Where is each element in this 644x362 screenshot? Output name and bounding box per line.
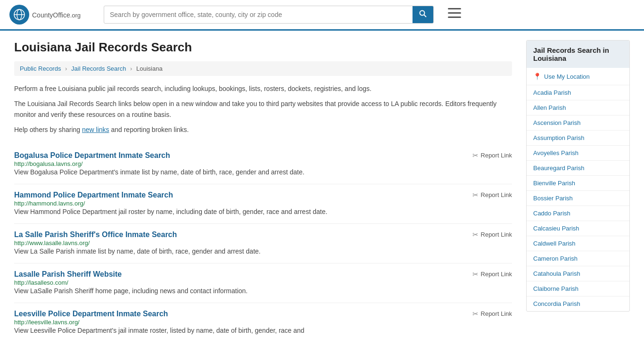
logo-area: CountyOffice.org: [9, 5, 94, 25]
result-title[interactable]: Leesville Police Department Inmate Searc…: [14, 310, 168, 318]
sidebar-parish-link-11[interactable]: Cameron Parish: [527, 251, 629, 266]
sidebar-parish-item: Calcasieu Parish: [527, 221, 629, 236]
search-bar: [104, 6, 434, 24]
sidebar-parish-link-8[interactable]: Caddo Parish: [527, 206, 629, 221]
report-icon: ✂: [472, 230, 479, 239]
logo-text: CountyOffice.org: [32, 10, 81, 20]
report-link-button[interactable]: ✂ Report Link: [472, 151, 512, 160]
use-my-location-link[interactable]: Use My Location: [544, 73, 590, 80]
result-description: View LaSalle Parish Sheriff home page, i…: [14, 286, 512, 296]
breadcrumb-jail-records[interactable]: Jail Records Search: [71, 65, 126, 72]
menu-button[interactable]: [448, 8, 461, 21]
result-item: Lasalle Parish Sheriff Website ✂ Report …: [14, 263, 512, 303]
sidebar-parish-item: Beauregard Parish: [527, 161, 629, 176]
main-container: Louisiana Jail Records Search Public Rec…: [0, 31, 644, 352]
result-url[interactable]: http://bogalusa.lavns.org/: [14, 160, 83, 167]
search-button[interactable]: [413, 6, 433, 23]
sidebar-parish-list: Acadia ParishAllen ParishAscension Paris…: [527, 85, 629, 311]
sidebar-parish-link-3[interactable]: Assumption Parish: [527, 131, 629, 145]
sidebar-title: Jail Records Search in Louisiana: [527, 41, 629, 68]
result-title[interactable]: La Salle Parish Sheriff's Office Inmate …: [14, 230, 177, 239]
content-area: Louisiana Jail Records Search Public Rec…: [14, 40, 512, 342]
result-item: Leesville Police Department Inmate Searc…: [14, 303, 512, 342]
sidebar-parish-item: Cameron Parish: [527, 251, 629, 266]
sidebar-parish-link-9[interactable]: Calcasieu Parish: [527, 221, 629, 236]
result-url[interactable]: http://lasalleso.com/: [14, 279, 68, 286]
sidebar-parish-link-2[interactable]: Ascension Parish: [527, 115, 629, 130]
sidebar-parish-link-4[interactable]: Avoyelles Parish: [527, 146, 629, 160]
result-description: View Hammond Police Department jail rost…: [14, 207, 512, 217]
report-icon: ✂: [472, 270, 479, 279]
sidebar-parish-link-12[interactable]: Catahoula Parish: [527, 266, 629, 281]
report-link-button[interactable]: ✂ Report Link: [472, 230, 512, 239]
sidebar-parish-item: Avoyelles Parish: [527, 146, 629, 161]
result-description: View Bogalusa Police Department's inmate…: [14, 167, 512, 177]
report-icon: ✂: [472, 310, 479, 318]
sidebar-parish-item: Bienville Parish: [527, 176, 629, 191]
result-title[interactable]: Hammond Police Department Inmate Search: [14, 191, 173, 199]
sidebar-parish-link-6[interactable]: Bienville Parish: [527, 176, 629, 190]
sidebar-parish-item: Catahoula Parish: [527, 266, 629, 281]
result-item: Bogalusa Police Department Inmate Search…: [14, 145, 512, 184]
sidebar-parish-item: Bossier Parish: [527, 191, 629, 206]
site-header: CountyOffice.org: [0, 0, 644, 31]
sidebar-parish-link-0[interactable]: Acadia Parish: [527, 85, 629, 100]
sidebar-parish-link-5[interactable]: Beauregard Parish: [527, 161, 629, 175]
sidebar-parish-link-1[interactable]: Allen Parish: [527, 100, 629, 115]
breadcrumb-louisiana: Louisiana: [136, 65, 163, 72]
sidebar-parish-item: Ascension Parish: [527, 115, 629, 131]
result-title[interactable]: Bogalusa Police Department Inmate Search: [14, 151, 170, 160]
sidebar-parish-link-14[interactable]: Concordia Parish: [527, 296, 629, 311]
logo-icon: [9, 5, 29, 25]
pin-icon: 📍: [533, 73, 541, 80]
svg-rect-7: [448, 12, 461, 14]
report-icon: ✂: [472, 191, 479, 199]
results-list: Bogalusa Police Department Inmate Search…: [14, 145, 512, 342]
sidebar-parish-item: Caddo Parish: [527, 206, 629, 221]
result-title[interactable]: Lasalle Parish Sheriff Website: [14, 270, 122, 279]
svg-rect-8: [448, 16, 461, 18]
page-title: Louisiana Jail Records Search: [14, 40, 512, 55]
description-1: Perform a free Louisiana public jail rec…: [14, 83, 512, 94]
svg-line-5: [424, 15, 427, 17]
svg-rect-6: [448, 8, 461, 9]
report-link-button[interactable]: ✂ Report Link: [472, 191, 512, 199]
result-url[interactable]: http://hammond.lavns.org/: [14, 200, 85, 207]
sidebar-parish-item: Concordia Parish: [527, 296, 629, 311]
report-icon: ✂: [472, 151, 479, 160]
use-my-location[interactable]: 📍 Use My Location: [527, 68, 629, 85]
report-link-button[interactable]: ✂ Report Link: [472, 270, 512, 279]
sidebar-box: Jail Records Search in Louisiana 📍 Use M…: [526, 40, 630, 312]
sidebar-parish-item: Claiborne Parish: [527, 281, 629, 296]
sidebar-parish-item: Allen Parish: [527, 100, 629, 115]
sidebar-parish-link-7[interactable]: Bossier Parish: [527, 191, 629, 206]
sidebar-parish-link-13[interactable]: Claiborne Parish: [527, 281, 629, 296]
sidebar-parish-item: Assumption Parish: [527, 131, 629, 146]
result-item: La Salle Parish Sheriff's Office Inmate …: [14, 224, 512, 263]
search-input[interactable]: [104, 7, 413, 22]
description-3: Help others by sharing new links and rep…: [14, 124, 512, 135]
result-url[interactable]: http://www.lasalle.lavns.org/: [14, 239, 90, 247]
sidebar: Jail Records Search in Louisiana 📍 Use M…: [526, 40, 630, 342]
breadcrumb-public-records[interactable]: Public Records: [20, 65, 61, 72]
new-links-link[interactable]: new links: [82, 126, 109, 133]
description-2: The Louisiana Jail Records Search links …: [14, 99, 512, 120]
report-link-button[interactable]: ✂ Report Link: [472, 310, 512, 318]
result-url[interactable]: http://leesville.lavns.org/: [14, 319, 80, 326]
result-description: View La Salle Parish inmate list by name…: [14, 247, 512, 256]
result-item: Hammond Police Department Inmate Search …: [14, 184, 512, 224]
result-description: View Leesville Police Department's jail …: [14, 326, 512, 336]
breadcrumb: Public Records › Jail Records Search › L…: [14, 61, 512, 76]
sidebar-parish-item: Acadia Parish: [527, 85, 629, 100]
sidebar-parish-item: Caldwell Parish: [527, 236, 629, 251]
sidebar-parish-link-10[interactable]: Caldwell Parish: [527, 236, 629, 251]
svg-point-4: [420, 11, 425, 16]
